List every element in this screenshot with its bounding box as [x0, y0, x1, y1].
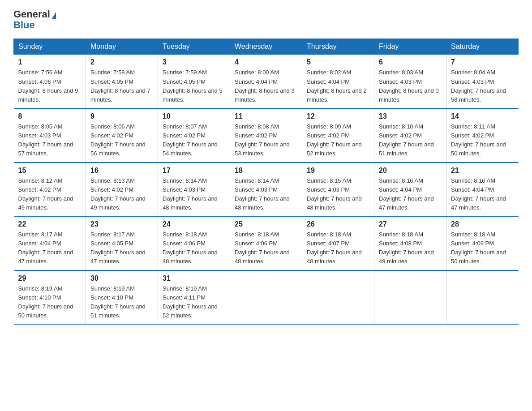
day-number: 1 — [18, 58, 82, 66]
day-number: 18 — [235, 167, 297, 175]
calendar-cell: 2Sunrise: 7:58 AMSunset: 4:05 PMDaylight… — [86, 55, 158, 108]
day-info: Sunrise: 8:14 AMSunset: 4:03 PMDaylight:… — [235, 176, 297, 213]
day-info: Sunrise: 8:11 AMSunset: 4:02 PMDaylight:… — [451, 122, 514, 158]
day-number: 23 — [90, 220, 153, 228]
logo-blue-text: Blue — [13, 19, 35, 30]
day-info: Sunrise: 8:15 AMSunset: 4:03 PMDaylight:… — [307, 176, 369, 213]
logo: General Blue — [13, 9, 56, 30]
calendar-week-row: 29Sunrise: 8:19 AMSunset: 4:10 PMDayligh… — [14, 270, 519, 325]
calendar-cell — [230, 270, 302, 325]
calendar-col-header: Tuesday — [158, 39, 230, 55]
day-number: 9 — [90, 112, 153, 120]
day-info: Sunrise: 7:56 AMSunset: 4:06 PMDaylight:… — [18, 68, 82, 104]
day-number: 10 — [163, 112, 225, 120]
calendar-week-row: 22Sunrise: 8:17 AMSunset: 4:04 PMDayligh… — [14, 216, 519, 270]
day-number: 20 — [379, 167, 442, 175]
day-info: Sunrise: 7:58 AMSunset: 4:05 PMDaylight:… — [90, 68, 153, 104]
day-number: 26 — [307, 220, 369, 228]
day-info: Sunrise: 8:19 AMSunset: 4:10 PMDaylight:… — [90, 284, 153, 321]
day-number: 30 — [90, 274, 153, 283]
calendar-cell: 19Sunrise: 8:15 AMSunset: 4:03 PMDayligh… — [302, 163, 374, 217]
calendar-cell: 6Sunrise: 8:03 AMSunset: 4:03 PMDaylight… — [374, 55, 446, 108]
calendar-cell: 27Sunrise: 8:18 AMSunset: 4:08 PMDayligh… — [374, 216, 446, 270]
calendar-cell: 4Sunrise: 8:00 AMSunset: 4:04 PMDaylight… — [230, 55, 302, 108]
day-info: Sunrise: 7:59 AMSunset: 4:05 PMDaylight:… — [163, 68, 225, 104]
calendar-cell: 29Sunrise: 8:19 AMSunset: 4:10 PMDayligh… — [14, 270, 86, 325]
day-info: Sunrise: 8:19 AMSunset: 4:10 PMDaylight:… — [18, 284, 82, 321]
calendar-col-header: Friday — [374, 39, 446, 55]
day-number: 17 — [163, 167, 225, 175]
day-info: Sunrise: 8:17 AMSunset: 4:05 PMDaylight:… — [90, 230, 153, 266]
calendar-week-row: 15Sunrise: 8:12 AMSunset: 4:02 PMDayligh… — [14, 163, 519, 217]
calendar-cell: 10Sunrise: 8:07 AMSunset: 4:02 PMDayligh… — [158, 108, 230, 163]
day-number: 11 — [235, 112, 297, 120]
day-info: Sunrise: 8:18 AMSunset: 4:09 PMDaylight:… — [451, 230, 514, 266]
calendar-cell: 13Sunrise: 8:10 AMSunset: 4:02 PMDayligh… — [374, 108, 446, 163]
day-info: Sunrise: 8:18 AMSunset: 4:06 PMDaylight:… — [235, 230, 297, 266]
calendar-cell: 7Sunrise: 8:04 AMSunset: 4:03 PMDaylight… — [446, 55, 519, 108]
calendar-cell — [374, 270, 446, 325]
day-number: 5 — [307, 58, 369, 66]
calendar-cell: 16Sunrise: 8:13 AMSunset: 4:02 PMDayligh… — [86, 163, 158, 217]
calendar-week-row: 1Sunrise: 7:56 AMSunset: 4:06 PMDaylight… — [14, 55, 519, 108]
day-number: 15 — [18, 167, 82, 175]
calendar-col-header: Wednesday — [230, 39, 302, 55]
day-info: Sunrise: 8:07 AMSunset: 4:02 PMDaylight:… — [163, 122, 225, 158]
calendar-col-header: Saturday — [446, 39, 519, 55]
day-info: Sunrise: 8:13 AMSunset: 4:02 PMDaylight:… — [90, 176, 153, 213]
day-info: Sunrise: 8:17 AMSunset: 4:04 PMDaylight:… — [18, 230, 82, 266]
calendar-table: SundayMondayTuesdayWednesdayThursdayFrid… — [13, 39, 519, 325]
day-number: 31 — [163, 274, 225, 283]
day-info: Sunrise: 8:16 AMSunset: 4:04 PMDaylight:… — [451, 176, 514, 213]
calendar-cell: 15Sunrise: 8:12 AMSunset: 4:02 PMDayligh… — [14, 163, 86, 217]
calendar-cell: 11Sunrise: 8:08 AMSunset: 4:02 PMDayligh… — [230, 108, 302, 163]
day-number: 22 — [18, 220, 82, 228]
calendar-cell: 30Sunrise: 8:19 AMSunset: 4:10 PMDayligh… — [86, 270, 158, 325]
calendar-cell: 20Sunrise: 8:16 AMSunset: 4:04 PMDayligh… — [374, 163, 446, 217]
day-info: Sunrise: 8:06 AMSunset: 4:02 PMDaylight:… — [90, 122, 153, 158]
day-number: 29 — [18, 274, 82, 283]
calendar-cell: 31Sunrise: 8:19 AMSunset: 4:11 PMDayligh… — [158, 270, 230, 325]
calendar-cell: 12Sunrise: 8:09 AMSunset: 4:02 PMDayligh… — [302, 108, 374, 163]
day-info: Sunrise: 8:12 AMSunset: 4:02 PMDaylight:… — [18, 176, 82, 213]
day-info: Sunrise: 8:05 AMSunset: 4:03 PMDaylight:… — [18, 122, 82, 158]
day-number: 7 — [451, 58, 514, 66]
day-number: 4 — [235, 58, 297, 66]
calendar-cell: 1Sunrise: 7:56 AMSunset: 4:06 PMDaylight… — [14, 55, 86, 108]
calendar-cell: 24Sunrise: 8:18 AMSunset: 4:06 PMDayligh… — [158, 216, 230, 270]
day-info: Sunrise: 8:04 AMSunset: 4:03 PMDaylight:… — [451, 68, 514, 104]
day-info: Sunrise: 8:16 AMSunset: 4:04 PMDaylight:… — [379, 176, 442, 213]
calendar-cell: 25Sunrise: 8:18 AMSunset: 4:06 PMDayligh… — [230, 216, 302, 270]
day-info: Sunrise: 8:18 AMSunset: 4:06 PMDaylight:… — [163, 230, 225, 266]
calendar-cell: 9Sunrise: 8:06 AMSunset: 4:02 PMDaylight… — [86, 108, 158, 163]
day-number: 19 — [307, 167, 369, 175]
day-info: Sunrise: 8:08 AMSunset: 4:02 PMDaylight:… — [235, 122, 297, 158]
calendar-cell: 14Sunrise: 8:11 AMSunset: 4:02 PMDayligh… — [446, 108, 519, 163]
page-header: General Blue — [13, 9, 519, 30]
day-number: 12 — [307, 112, 369, 120]
calendar-cell: 5Sunrise: 8:02 AMSunset: 4:04 PMDaylight… — [302, 55, 374, 108]
day-number: 21 — [451, 167, 514, 175]
day-info: Sunrise: 8:03 AMSunset: 4:03 PMDaylight:… — [379, 68, 442, 104]
day-number: 3 — [163, 58, 225, 66]
day-number: 24 — [163, 220, 225, 228]
calendar-cell: 17Sunrise: 8:14 AMSunset: 4:03 PMDayligh… — [158, 163, 230, 217]
day-info: Sunrise: 8:18 AMSunset: 4:08 PMDaylight:… — [379, 230, 442, 266]
day-info: Sunrise: 8:09 AMSunset: 4:02 PMDaylight:… — [307, 122, 369, 158]
calendar-header-row: SundayMondayTuesdayWednesdayThursdayFrid… — [14, 39, 519, 55]
day-number: 16 — [90, 167, 153, 175]
day-info: Sunrise: 8:19 AMSunset: 4:11 PMDaylight:… — [163, 284, 225, 321]
day-number: 27 — [379, 220, 442, 228]
day-info: Sunrise: 8:10 AMSunset: 4:02 PMDaylight:… — [379, 122, 442, 158]
calendar-cell — [446, 270, 519, 325]
calendar-cell: 23Sunrise: 8:17 AMSunset: 4:05 PMDayligh… — [86, 216, 158, 270]
day-info: Sunrise: 8:00 AMSunset: 4:04 PMDaylight:… — [235, 68, 297, 104]
day-number: 25 — [235, 220, 297, 228]
calendar-cell: 21Sunrise: 8:16 AMSunset: 4:04 PMDayligh… — [446, 163, 519, 217]
day-info: Sunrise: 8:18 AMSunset: 4:07 PMDaylight:… — [307, 230, 369, 266]
day-info: Sunrise: 8:02 AMSunset: 4:04 PMDaylight:… — [307, 68, 369, 104]
calendar-week-row: 8Sunrise: 8:05 AMSunset: 4:03 PMDaylight… — [14, 108, 519, 163]
day-number: 13 — [379, 112, 442, 120]
calendar-col-header: Monday — [86, 39, 158, 55]
logo-triangle-icon — [51, 12, 56, 19]
